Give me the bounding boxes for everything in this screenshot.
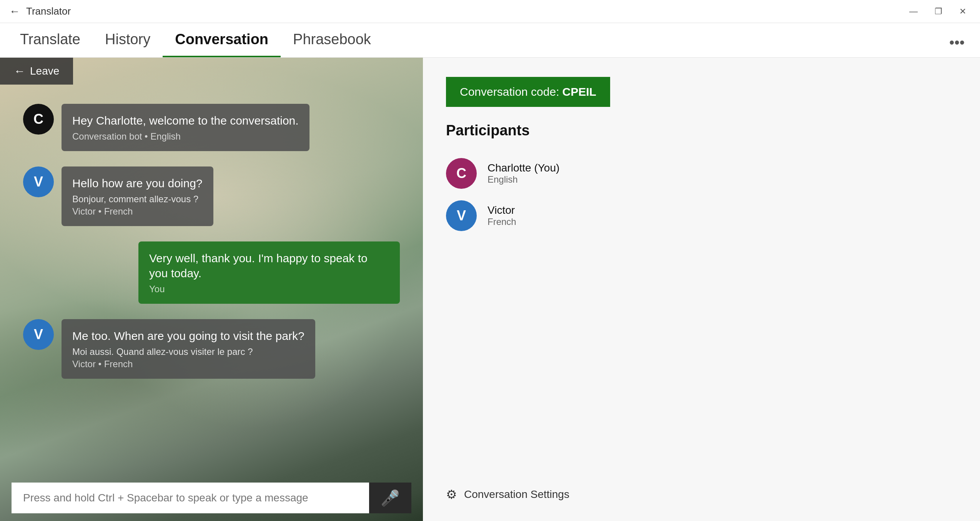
list-item: V Victor French [446,200,957,231]
avatar: V [23,166,54,197]
message-bubble: Very well, thank you. I'm happy to speak… [138,241,400,304]
message-main-text: Me too. When are you going to visit the … [72,328,304,343]
tab-phrasebook[interactable]: Phrasebook [281,23,383,57]
leave-button[interactable]: ← Leave [0,58,73,85]
participant-language: French [488,216,516,227]
table-row: V Me too. When are you going to visit th… [23,319,400,379]
avatar: C [23,104,54,135]
avatar: V [23,319,54,350]
window-controls: — ❐ ✕ [905,5,971,18]
right-panel: Conversation code: CPEIL Participants C … [423,58,980,521]
message-bubble: Hello how are you doing? Bonjour, commen… [62,166,213,226]
titlebar: ← Translator — ❐ ✕ [0,0,980,23]
table-row: C Hey Charlotte, welcome to the conversa… [23,104,400,151]
leave-arrow-icon: ← [14,65,25,78]
message-meta-text: You [149,284,389,295]
conv-code-value: CPEIL [562,85,596,98]
conv-code-prefix: Conversation code: [460,85,559,98]
nav-tabs: Translate History Conversation Phraseboo… [0,23,980,58]
participant-info: Charlotte (You) English [488,162,559,185]
conversation-settings-row[interactable]: ⚙ Conversation Settings [446,487,957,502]
titlebar-left: ← Translator [9,5,71,18]
main-layout: ← Leave C Hey Charlotte, welcome to the … [0,58,980,521]
minimize-button[interactable]: — [905,5,922,18]
microphone-icon: 🎤 [381,489,400,507]
avatar: C [446,158,477,189]
list-item: C Charlotte (You) English [446,158,957,189]
message-main-text: Hey Charlotte, welcome to the conversati… [72,113,299,128]
message-input[interactable] [12,483,369,513]
tab-conversation[interactable]: Conversation [163,23,281,57]
back-button[interactable]: ← [9,5,20,18]
close-button[interactable]: ✕ [955,5,971,18]
chat-input-area: 🎤 [12,483,411,513]
restore-button[interactable]: ❐ [930,5,947,18]
message-main-text: Very well, thank you. I'm happy to speak… [149,251,389,281]
participant-name: Victor [488,204,516,216]
participant-info: Victor French [488,204,516,227]
avatar: V [446,200,477,231]
message-bubble: Hey Charlotte, welcome to the conversati… [62,104,309,151]
table-row: V Hello how are you doing? Bonjour, comm… [23,166,400,226]
tab-history[interactable]: History [93,23,163,57]
mic-button[interactable]: 🎤 [369,483,411,513]
message-meta-text: Victor • French [72,206,203,217]
participants-title: Participants [446,122,957,139]
app-title: Translator [26,5,71,17]
tab-translate[interactable]: Translate [8,23,93,57]
participant-language: English [488,174,559,185]
message-main-text: Hello how are you doing? [72,176,203,191]
chat-area: ← Leave C Hey Charlotte, welcome to the … [0,58,423,521]
message-sub-text: Moi aussi. Quand allez-vous visiter le p… [72,346,304,357]
chat-messages[interactable]: C Hey Charlotte, welcome to the conversa… [0,88,423,475]
leave-label: Leave [30,65,59,77]
settings-icon: ⚙ [446,487,457,502]
settings-label: Conversation Settings [464,488,569,501]
table-row: Very well, thank you. I'm happy to speak… [23,241,400,304]
message-sub-text: Bonjour, comment allez-vous ? [72,194,203,205]
message-bubble: Me too. When are you going to visit the … [62,319,315,379]
participant-list: C Charlotte (You) English V Victor Frenc… [446,158,957,231]
message-meta-text: Victor • French [72,359,304,370]
more-button[interactable]: ••• [942,28,972,57]
participant-name: Charlotte (You) [488,162,559,174]
message-meta-text: Conversation bot • English [72,131,299,142]
conversation-code-badge: Conversation code: CPEIL [446,77,610,107]
